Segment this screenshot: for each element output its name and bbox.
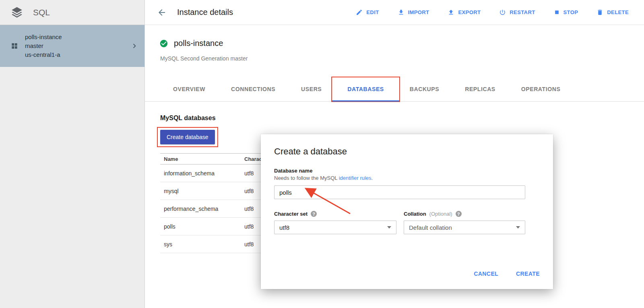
- helper-text-prefix: Needs to follow the MySQL: [274, 175, 339, 181]
- column-header-name: Name: [160, 156, 241, 162]
- delete-button-label: DELETE: [607, 9, 629, 15]
- dropdown-caret-icon: [516, 226, 520, 229]
- edit-button[interactable]: EDIT: [356, 9, 379, 16]
- create-database-dialog: Create a database Database name Needs to…: [261, 134, 553, 289]
- sidebar: SQL polls-instance master us-central1-a: [0, 0, 145, 308]
- restart-button-label: RESTART: [510, 9, 535, 15]
- success-check-icon: [159, 39, 168, 48]
- tab-operations[interactable]: OPERATIONS: [521, 77, 561, 101]
- db-name-cell: information_schema: [160, 170, 241, 177]
- export-button[interactable]: EXPORT: [448, 9, 481, 16]
- delete-button[interactable]: DELETE: [597, 9, 629, 16]
- product-name: SQL: [33, 8, 50, 17]
- create-database-button[interactable]: Create database: [160, 130, 215, 144]
- tab-databases[interactable]: DATABASES: [347, 77, 384, 101]
- back-button[interactable]: [157, 8, 167, 17]
- stop-square-icon: [554, 9, 560, 15]
- collation-label: Collation: [404, 211, 426, 217]
- sidebar-instance-zone: us-central1-a: [25, 50, 62, 59]
- instance-header: polls-instance: [159, 39, 223, 48]
- instance-subtitle: MySQL Second Generation master: [160, 55, 248, 62]
- cloud-sql-layers-icon: [10, 6, 23, 19]
- cancel-button[interactable]: CANCEL: [474, 271, 498, 277]
- tab-databases-label: DATABASES: [347, 86, 384, 92]
- sidebar-instance-info: polls-instance master us-central1-a: [25, 33, 62, 59]
- import-icon: [398, 9, 405, 16]
- restart-button[interactable]: RESTART: [499, 9, 535, 16]
- tab-replicas[interactable]: REPLICAS: [465, 77, 495, 101]
- character-set-select[interactable]: utf8: [274, 221, 396, 234]
- db-name-cell: polls: [160, 223, 241, 230]
- topbar-actions: EDIT IMPORT EXPORT RESTART STOP DELETE: [356, 9, 629, 16]
- collation-optional-hint: (Optional): [429, 211, 452, 217]
- dropdown-caret-icon: [387, 226, 391, 229]
- product-header: SQL: [0, 0, 144, 25]
- edit-pencil-icon: [356, 9, 363, 16]
- section-heading: MySQL databases: [160, 114, 216, 122]
- import-button[interactable]: IMPORT: [398, 9, 429, 16]
- character-set-label-row: Character set ?: [274, 211, 317, 217]
- tab-users[interactable]: USERS: [301, 77, 322, 101]
- stop-button[interactable]: STOP: [554, 9, 578, 16]
- dialog-title: Create a database: [274, 146, 347, 157]
- identifier-rules-link[interactable]: identifier rules: [339, 175, 372, 181]
- tab-overview[interactable]: OVERVIEW: [173, 77, 205, 101]
- database-name-label: Database name: [274, 168, 312, 174]
- back-arrow-icon: [157, 8, 167, 17]
- import-button-label: IMPORT: [408, 9, 429, 15]
- database-name-input[interactable]: [274, 185, 525, 199]
- edit-button-label: EDIT: [366, 9, 379, 15]
- collation-label-row: Collation (Optional) ?: [404, 211, 462, 217]
- tab-connections[interactable]: CONNECTIONS: [231, 77, 275, 101]
- character-set-value: utf8: [279, 224, 289, 231]
- stop-button-label: STOP: [564, 9, 578, 15]
- export-icon: [448, 9, 454, 16]
- db-name-cell: mysql: [160, 188, 241, 194]
- helper-text-suffix: .: [372, 175, 373, 181]
- page-title: Instance details: [177, 8, 233, 17]
- instance-grid-icon: [10, 42, 19, 50]
- sidebar-instance-role: master: [25, 42, 62, 50]
- database-name-helper: Needs to follow the MySQL identifier rul…: [274, 175, 373, 181]
- db-name-cell: sys: [160, 241, 241, 248]
- export-button-label: EXPORT: [458, 9, 481, 15]
- db-name-cell: performance_schema: [160, 206, 241, 212]
- chevron-right-icon[interactable]: [130, 42, 139, 50]
- restart-power-icon: [499, 9, 506, 16]
- instance-name: polls-instance: [174, 39, 223, 48]
- create-button[interactable]: CREATE: [516, 271, 540, 277]
- collation-select[interactable]: Default collation: [404, 221, 525, 234]
- dialog-actions: CANCEL CREATE: [474, 271, 540, 277]
- tab-backups[interactable]: BACKUPS: [410, 77, 439, 101]
- sidebar-instance-item[interactable]: polls-instance master us-central1-a: [0, 25, 144, 67]
- topbar: Instance details EDIT IMPORT EXPORT REST…: [145, 0, 644, 25]
- create-database-button-wrap: Create database: [160, 130, 215, 144]
- character-set-label: Character set: [274, 211, 308, 217]
- instance-tabs: OVERVIEW CONNECTIONS USERS DATABASES BAC…: [145, 77, 644, 102]
- sidebar-instance-name: polls-instance: [25, 33, 62, 42]
- collation-value: Default collation: [409, 224, 452, 231]
- delete-trash-icon: [597, 9, 603, 16]
- help-icon[interactable]: ?: [456, 211, 462, 217]
- help-icon[interactable]: ?: [311, 211, 317, 217]
- cloud-sql-console: SQL polls-instance master us-central1-a …: [0, 0, 644, 308]
